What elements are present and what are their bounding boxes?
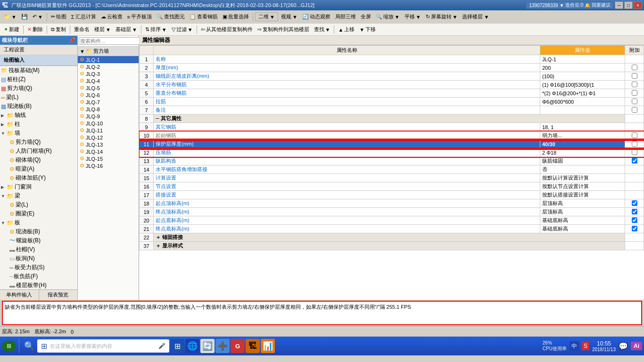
toolbar-2d[interactable]: 二维 ▼ [255,12,278,21]
row11-checkbox[interactable] [632,141,637,147]
anchor-expand-icon[interactable]: ＋ [156,234,161,240]
copy-to-floor-btn[interactable]: ⇨ 复制构件到其他楼层 [256,25,311,33]
down-btn[interactable]: ▼ 下移 [357,25,378,33]
start-button[interactable]: ⊞ [2,341,16,351]
sidebar-item-door[interactable]: ▶ 📁 门窗洞 [0,182,77,191]
taskbar-app3[interactable]: 📊 [261,339,275,353]
row13-checkbox[interactable] [632,158,637,164]
copy-from-floor-btn[interactable]: ⇦ 从其他楼层复制构件 [199,25,255,33]
ime-indicator[interactable]: S [582,342,589,350]
sidebar-item-beam-l[interactable]: ⚙ 梁(L) [0,200,77,209]
toolbar-3d[interactable]: 局部三维 [333,13,358,21]
taskbar-plus[interactable]: ➕ [215,339,230,353]
row6-checkbox[interactable] [632,99,637,104]
toolbar-save[interactable]: 💾 [19,13,30,20]
delete-component-btn[interactable]: ✕ 删除 [25,25,45,33]
row3-checkbox[interactable] [632,73,637,79]
sidebar-item-col-cap[interactable]: ▬ 柱帽(V) [0,245,77,254]
user-info[interactable]: 13907298339 ▼ 造价豆:0 🔔 我要建议 [526,1,614,9]
sidebar-item-ringbeam[interactable]: ⚙ 圈梁(E) [0,209,77,218]
module-nav-settings[interactable]: 工程设置 [0,45,77,55]
lang-indicator[interactable]: 中 [570,341,579,351]
sidebar-item-floor-strip[interactable]: ▬ 楼层板带(H) [0,281,77,289]
sidebar-item-masonrywall[interactable]: ⚙ 砌体墙(Q) [0,156,77,165]
category-collapse[interactable]: ▼ [80,49,85,54]
toolbar-view[interactable]: 视规 ▼ [279,13,299,21]
sort-btn[interactable]: ⇅ 排序 ▼ [143,25,169,33]
up-btn[interactable]: ▲ 上移 [336,25,356,33]
row7-checkbox[interactable] [632,107,637,113]
close-button[interactable]: × [634,1,642,9]
sidebar-item-col[interactable]: ▶ 📁 柱 [0,120,77,129]
toolbar-calculate[interactable]: Σ 汇总计算 [69,13,98,21]
row12-checkbox[interactable] [632,149,637,155]
sidebar-item-beam[interactable]: ═ 梁(L) [0,93,77,102]
sidebar-item-shearwall[interactable]: ⚙ 剪力墙(Q) [0,138,77,147]
report-preview-btn[interactable]: 报表预览 [39,290,78,300]
sidebar-item-slab-group[interactable]: ▼ 📁 板 [0,218,77,227]
row5-checkbox[interactable] [632,90,637,96]
toolbar-cloud[interactable]: ☁ 云检查 [99,13,124,21]
sidebar-item-shearwall-main[interactable]: ▦ 剪力墙(Q) [0,84,77,93]
sidebar-item-slab-hole[interactable]: ▭ 板洞(N) [0,254,77,263]
toolbar-fullscreen[interactable]: 全屏 [359,13,373,21]
component-item-jlq5[interactable]: ⚙ JLQ-5 [78,84,139,91]
module-nav-pin[interactable]: 📌 [69,37,75,43]
component-item-jlq14[interactable]: ⚙ JLQ-14 [78,148,139,155]
sidebar-item-slab[interactable]: ▩ 现浇板(B) [0,102,77,111]
component-item-jlq2[interactable]: ⚙ JLQ-2 [78,63,139,70]
row18-checkbox[interactable] [632,200,637,206]
row20-checkbox[interactable] [632,217,637,223]
component-item-jlq16[interactable]: ⚙ JLQ-16 [78,162,139,169]
sidebar-item-spiral-slab[interactable]: 〜 螺旋板(B) [0,236,77,245]
component-item-jlq4[interactable]: ⚙ JLQ-4 [78,77,139,84]
maximize-button[interactable]: □ [624,1,633,9]
display-expand-icon[interactable]: ＋ [156,243,161,248]
taskbar-ie[interactable]: 🌐 [185,339,199,353]
row21-checkbox[interactable] [632,226,637,231]
row2-checkbox[interactable] [632,65,637,70]
single-component-btn[interactable]: 单构件输入 [0,290,39,300]
taskbar-mic-icon[interactable]: 🎤 [158,343,165,349]
toolbar-view-steel[interactable]: 📋 查看钢筋 [188,13,220,21]
filter-btn[interactable]: ▽ 过滤 ▼ [170,25,195,33]
toolbar-select-floor[interactable]: 选择楼层 ▼ [460,13,491,21]
sidebar-item-beam-group[interactable]: ▼ 📁 梁 [0,191,77,200]
component-item-jlq11[interactable]: ⚙ JLQ-11 [78,127,139,134]
sidebar-item-foundation[interactable]: 📁 筏板基础(M) [0,66,77,75]
sidebar-item-pilecap[interactable]: ▤ 桩柱(Z) [0,75,77,84]
toolbar-undo[interactable]: ↶ ▼ [31,13,45,20]
component-item-jlq10[interactable]: ⚙ JLQ-10 [78,120,139,127]
rename-component-btn[interactable]: 重命名 [72,25,91,33]
component-item-jlq6[interactable]: ⚙ JLQ-6 [78,91,139,99]
taskbar-apps-btn[interactable]: ⊞ [170,339,184,353]
sidebar-item-neg-bar[interactable]: ╌ 板负筋(F) [0,272,77,281]
component-item-jlq9[interactable]: ⚙ JLQ-9 [78,113,139,120]
component-item-jlq15[interactable]: ⚙ JLQ-15 [78,155,139,162]
taskbar-refresh[interactable]: 🔄 [200,339,215,353]
component-item-jlq12[interactable]: ⚙ JLQ-12 [78,134,139,141]
copy-component-btn[interactable]: ⧉ 复制 [49,25,68,33]
sidebar-item-wall-group[interactable]: ▼ 📁 墙 [0,129,77,138]
module-nav-draw[interactable]: 绘图输入 [0,55,77,66]
find-btn[interactable]: 查找 ▼ [312,25,332,33]
toolbar-dynamic[interactable]: 🔄 动态观察 [300,13,332,21]
component-item-jlq7[interactable]: ⚙ JLQ-7 [78,99,139,106]
toolbar-rotate[interactable]: ↻ 屏幕旋转 ▼ [424,13,460,21]
toolbar-pan[interactable]: 平移 ▼ [403,13,423,21]
base-floor-select[interactable]: 基础层 ▼ [114,25,139,33]
toolbar-new[interactable]: 📁 ▼ [2,13,18,20]
row4-checkbox[interactable] [632,82,637,87]
taskbar-search-text[interactable]: 在这里输入你要搜索的内容 [50,343,112,350]
component-item-jlq1[interactable]: ⚙ JLQ-1 [78,56,139,63]
group-expand-icon[interactable]: ─ [156,115,159,121]
sidebar-item-axis[interactable]: ▶ 📁 轴线 [0,111,77,120]
notification-icon[interactable]: 💬 [619,342,628,351]
minimize-button[interactable]: ─ [615,1,623,9]
taskbar-search[interactable]: 🔍 [22,339,36,353]
sidebar-item-masonry-bar[interactable]: ⚙ 砌体加筋(Y) [0,173,77,182]
toolbar-level[interactable]: ≡ 平齐板顶 [125,13,154,21]
sidebar-item-darkbeam[interactable]: ⚙ 暗梁(A) [0,165,77,173]
taskbar-app2[interactable]: 🏗 [246,339,260,353]
row10-checkbox[interactable] [632,132,637,138]
